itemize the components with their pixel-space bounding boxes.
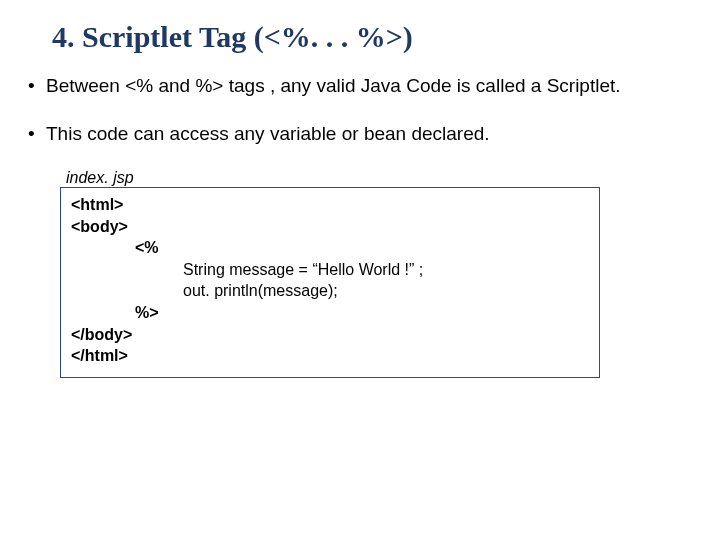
slide-title: 4. Scriptlet Tag (<%. . . %>)	[52, 20, 696, 54]
code-line: %>	[71, 302, 589, 324]
code-line: String message = “Hello World !” ;	[71, 259, 589, 281]
code-line: out. println(message);	[71, 280, 589, 302]
code-box: <html> <body> <% String message = “Hello…	[60, 187, 600, 378]
code-filename: index. jsp	[66, 169, 600, 187]
code-line: </html>	[71, 345, 589, 367]
code-line: <%	[71, 237, 589, 259]
code-example: index. jsp <html> <body> <% String messa…	[60, 169, 600, 378]
code-line: <html>	[71, 194, 589, 216]
code-line: </body>	[71, 324, 589, 346]
code-line: <body>	[71, 216, 589, 238]
slide: 4. Scriptlet Tag (<%. . . %>) Between <%…	[0, 0, 720, 398]
bullet-item: Between <% and %> tags , any valid Java …	[24, 72, 696, 100]
bullet-list: Between <% and %> tags , any valid Java …	[24, 72, 696, 147]
bullet-item: This code can access any variable or bea…	[24, 120, 696, 148]
